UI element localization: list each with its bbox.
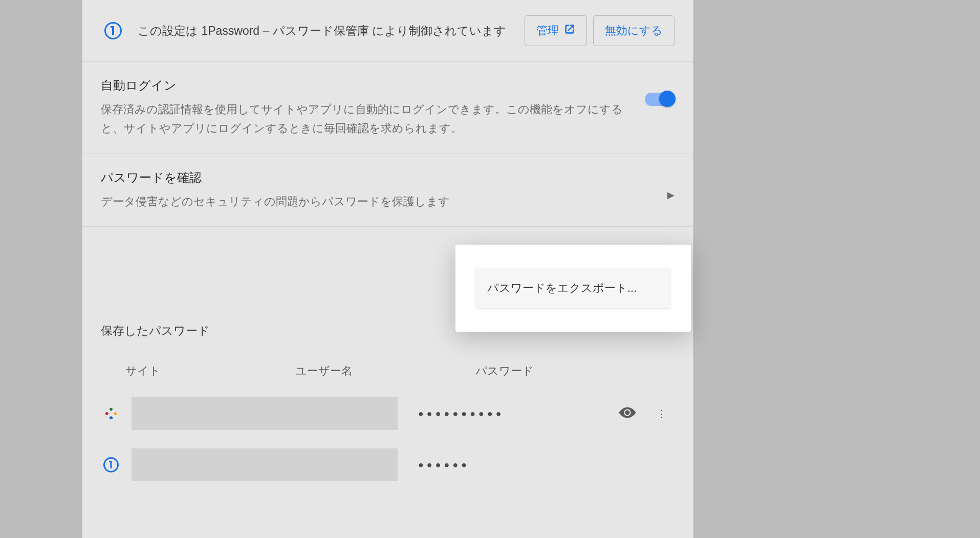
svg-rect-1 (111, 26, 114, 28)
row-more-button[interactable]: ⋮ (649, 407, 674, 420)
check-passwords-title: パスワードを確認 (101, 169, 655, 186)
onepassword-icon (104, 22, 122, 39)
manage-button-label: 管理 (536, 23, 559, 38)
extension-controlled-banner: この設定は 1Password – パスワード保管庫 により制御されています 管… (82, 0, 693, 62)
show-password-button[interactable] (612, 403, 643, 424)
col-site-header: サイト (125, 363, 289, 379)
export-popup: パスワードをエクスポート... (455, 245, 691, 332)
auto-login-toggle[interactable] (645, 93, 674, 106)
auto-login-description: 保存済みの認証情報を使用してサイトやアプリに自動的にログインできます。この機能を… (101, 100, 633, 138)
saved-passwords-title: 保存したパスワード (101, 323, 210, 339)
redacted-site-user (132, 397, 398, 430)
export-passwords-menu-item[interactable]: パスワードをエクスポート... (476, 268, 670, 308)
disable-extension-button[interactable]: 無効にする (593, 15, 674, 46)
auto-login-text: 自動ログイン 保存済みの認証情報を使用してサイトやアプリに自動的にログインできま… (101, 77, 633, 138)
password-table-headers: サイト ユーザー名 パスワード (82, 345, 693, 388)
auto-login-row: 自動ログイン 保存済みの認証情報を使用してサイトやアプリに自動的にログインできま… (82, 62, 693, 154)
check-passwords-text: パスワードを確認 データ侵害などのセキュリティの問題からパスワードを保護します (101, 169, 655, 211)
extension-banner-text: この設定は 1Password – パスワード保管庫 により制御されています (138, 21, 512, 40)
svg-rect-3 (109, 461, 112, 462)
password-row: ●●●●●● ⋮ (82, 439, 693, 490)
check-passwords-row[interactable]: パスワードを確認 データ侵害などのセキュリティの問題からパスワードを保護します … (82, 154, 693, 227)
auto-login-title: 自動ログイン (101, 77, 633, 94)
extension-actions: 管理 無効にする (525, 15, 674, 46)
redacted-site-user (132, 448, 398, 481)
favicon-dots-icon (104, 406, 118, 421)
chevron-right-icon: ▶ (667, 179, 674, 201)
open-external-icon (564, 24, 575, 38)
extension-icon-wrap (101, 22, 125, 39)
onepassword-favicon-icon (103, 457, 119, 472)
manage-extension-button[interactable]: 管理 (525, 15, 587, 46)
site-favicon (101, 455, 121, 475)
disable-button-label: 無効にする (605, 23, 663, 38)
password-row: ●●●●●●●●●● ⋮ (82, 388, 693, 439)
check-passwords-description: データ侵害などのセキュリティの問題からパスワードを保護します (101, 192, 655, 211)
col-user-header: ユーザー名 (295, 363, 469, 379)
site-favicon (101, 403, 121, 424)
password-masked: ●●●●●●●●●● (404, 408, 606, 419)
col-password-header: パスワード (475, 363, 674, 379)
password-masked: ●●●●●● (404, 460, 606, 470)
